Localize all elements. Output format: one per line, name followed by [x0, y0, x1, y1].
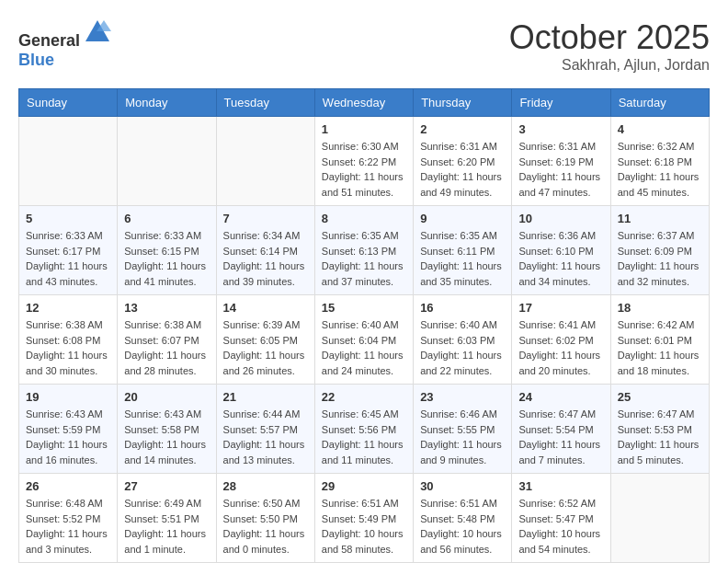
day-number: 12	[26, 301, 110, 315]
table-row: 9 Sunrise: 6:35 AM Sunset: 6:11 PM Dayli…	[414, 206, 512, 295]
day-info: Sunrise: 6:45 AM Sunset: 5:56 PM Dayligh…	[322, 407, 406, 467]
logo: General Blue	[18, 18, 111, 70]
calendar-week-row: 12 Sunrise: 6:38 AM Sunset: 6:08 PM Dayl…	[19, 295, 710, 385]
table-row: 4 Sunrise: 6:32 AM Sunset: 6:18 PM Dayli…	[610, 117, 709, 206]
sunrise-text: Sunrise: 6:42 AM	[618, 319, 695, 330]
daylight-text: Daylight: 11 hours and 22 minutes.	[420, 350, 502, 376]
daylight-text: Daylight: 11 hours and 41 minutes.	[124, 260, 206, 287]
table-row: 8 Sunrise: 6:35 AM Sunset: 6:13 PM Dayli…	[314, 206, 413, 295]
page-header: General Blue October 2025 Sakhrah, Ajlun…	[18, 18, 710, 74]
day-number: 28	[223, 479, 308, 493]
sunset-text: Sunset: 5:49 PM	[322, 513, 396, 524]
day-info: Sunrise: 6:46 AM Sunset: 5:55 PM Dayligh…	[420, 407, 505, 467]
day-number: 18	[618, 301, 702, 315]
day-info: Sunrise: 6:38 AM Sunset: 6:07 PM Dayligh…	[124, 317, 209, 378]
day-number: 17	[518, 301, 603, 315]
day-number: 10	[518, 212, 603, 225]
col-saturday: Saturday	[610, 89, 709, 117]
daylight-text: Daylight: 11 hours and 51 minutes.	[322, 171, 404, 198]
table-row: 12 Sunrise: 6:38 AM Sunset: 6:08 PM Dayl…	[19, 295, 118, 385]
sunset-text: Sunset: 6:18 PM	[618, 156, 692, 167]
sunset-text: Sunset: 6:05 PM	[223, 335, 298, 346]
table-row: 24 Sunrise: 6:47 AM Sunset: 5:54 PM Dayl…	[512, 385, 610, 474]
daylight-text: Daylight: 11 hours and 18 minutes.	[618, 350, 700, 376]
table-row: 7 Sunrise: 6:34 AM Sunset: 6:14 PM Dayli…	[216, 206, 314, 295]
daylight-text: Daylight: 10 hours and 58 minutes.	[322, 528, 404, 555]
table-row: 13 Sunrise: 6:38 AM Sunset: 6:07 PM Dayl…	[118, 295, 216, 385]
day-info: Sunrise: 6:34 AM Sunset: 6:14 PM Dayligh…	[223, 228, 308, 289]
table-row: 18 Sunrise: 6:42 AM Sunset: 6:01 PM Dayl…	[610, 295, 709, 385]
sunset-text: Sunset: 6:04 PM	[322, 335, 396, 346]
col-sunday: Sunday	[19, 89, 118, 117]
day-number: 16	[420, 301, 505, 315]
sunrise-text: Sunrise: 6:47 AM	[518, 408, 596, 419]
sunrise-text: Sunrise: 6:30 AM	[322, 141, 399, 152]
day-number: 9	[420, 212, 505, 225]
daylight-text: Daylight: 11 hours and 26 minutes.	[223, 350, 305, 376]
day-info: Sunrise: 6:33 AM Sunset: 6:17 PM Dayligh…	[26, 228, 110, 289]
table-row: 26 Sunrise: 6:48 AM Sunset: 5:52 PM Dayl…	[19, 474, 118, 563]
table-row: 27 Sunrise: 6:49 AM Sunset: 5:51 PM Dayl…	[118, 474, 216, 563]
daylight-text: Daylight: 11 hours and 16 minutes.	[26, 439, 108, 465]
sunrise-text: Sunrise: 6:37 AM	[618, 230, 695, 241]
sunset-text: Sunset: 6:01 PM	[618, 335, 692, 346]
day-number: 27	[124, 479, 209, 493]
sunset-text: Sunset: 6:13 PM	[322, 246, 396, 257]
table-row: 1 Sunrise: 6:30 AM Sunset: 6:22 PM Dayli…	[314, 117, 413, 206]
day-number: 25	[618, 390, 702, 404]
daylight-text: Daylight: 11 hours and 7 minutes.	[518, 439, 600, 465]
calendar-header-row: Sunday Monday Tuesday Wednesday Thursday…	[19, 89, 710, 117]
sunrise-text: Sunrise: 6:33 AM	[26, 230, 103, 241]
table-row: 21 Sunrise: 6:44 AM Sunset: 5:57 PM Dayl…	[216, 385, 314, 474]
col-monday: Monday	[118, 89, 216, 117]
location-title: Sakhrah, Ajlun, Jordan	[509, 57, 710, 74]
sunrise-text: Sunrise: 6:32 AM	[618, 141, 695, 152]
day-info: Sunrise: 6:43 AM Sunset: 5:58 PM Dayligh…	[124, 407, 209, 467]
sunset-text: Sunset: 6:03 PM	[420, 335, 495, 346]
sunset-text: Sunset: 6:09 PM	[618, 246, 692, 257]
table-row: 30 Sunrise: 6:51 AM Sunset: 5:48 PM Dayl…	[414, 474, 512, 563]
day-number: 7	[223, 212, 308, 225]
table-row: 3 Sunrise: 6:31 AM Sunset: 6:19 PM Dayli…	[512, 117, 610, 206]
sunrise-text: Sunrise: 6:46 AM	[420, 408, 497, 419]
sunset-text: Sunset: 5:55 PM	[420, 424, 495, 435]
day-number: 21	[223, 390, 308, 404]
daylight-text: Daylight: 11 hours and 24 minutes.	[322, 350, 404, 376]
table-row	[19, 117, 118, 206]
sunrise-text: Sunrise: 6:44 AM	[223, 408, 301, 419]
table-row: 22 Sunrise: 6:45 AM Sunset: 5:56 PM Dayl…	[314, 385, 413, 474]
sunrise-text: Sunrise: 6:43 AM	[124, 408, 201, 419]
day-info: Sunrise: 6:35 AM Sunset: 6:13 PM Dayligh…	[322, 228, 406, 289]
day-number: 1	[322, 122, 406, 136]
day-number: 14	[223, 301, 308, 315]
day-info: Sunrise: 6:47 AM Sunset: 5:54 PM Dayligh…	[518, 407, 603, 467]
day-info: Sunrise: 6:51 AM Sunset: 5:48 PM Dayligh…	[420, 496, 505, 557]
day-number: 24	[518, 390, 603, 404]
month-title: October 2025	[509, 18, 710, 57]
day-info: Sunrise: 6:43 AM Sunset: 5:59 PM Dayligh…	[26, 407, 110, 467]
daylight-text: Daylight: 11 hours and 43 minutes.	[26, 260, 108, 287]
sunrise-text: Sunrise: 6:49 AM	[124, 498, 201, 509]
day-info: Sunrise: 6:51 AM Sunset: 5:49 PM Dayligh…	[322, 496, 406, 557]
daylight-text: Daylight: 11 hours and 1 minute.	[124, 528, 206, 555]
table-row: 2 Sunrise: 6:31 AM Sunset: 6:20 PM Dayli…	[414, 117, 512, 206]
table-row: 15 Sunrise: 6:40 AM Sunset: 6:04 PM Dayl…	[314, 295, 413, 385]
sunset-text: Sunset: 6:07 PM	[124, 335, 199, 346]
day-number: 15	[322, 301, 406, 315]
day-info: Sunrise: 6:48 AM Sunset: 5:52 PM Dayligh…	[26, 496, 110, 557]
sunset-text: Sunset: 5:53 PM	[618, 424, 692, 435]
day-number: 22	[322, 390, 406, 404]
sunrise-text: Sunrise: 6:36 AM	[518, 230, 596, 241]
sunset-text: Sunset: 5:59 PM	[26, 424, 100, 435]
daylight-text: Daylight: 11 hours and 9 minutes.	[420, 439, 502, 465]
day-info: Sunrise: 6:33 AM Sunset: 6:15 PM Dayligh…	[124, 228, 209, 289]
day-info: Sunrise: 6:52 AM Sunset: 5:47 PM Dayligh…	[518, 496, 603, 557]
sunset-text: Sunset: 6:10 PM	[518, 246, 593, 257]
col-wednesday: Wednesday	[314, 89, 413, 117]
sunset-text: Sunset: 6:08 PM	[26, 335, 100, 346]
day-number: 4	[618, 122, 702, 136]
day-info: Sunrise: 6:32 AM Sunset: 6:18 PM Dayligh…	[618, 139, 702, 200]
daylight-text: Daylight: 11 hours and 20 minutes.	[518, 350, 600, 376]
sunset-text: Sunset: 5:51 PM	[124, 513, 199, 524]
daylight-text: Daylight: 11 hours and 34 minutes.	[518, 260, 600, 287]
